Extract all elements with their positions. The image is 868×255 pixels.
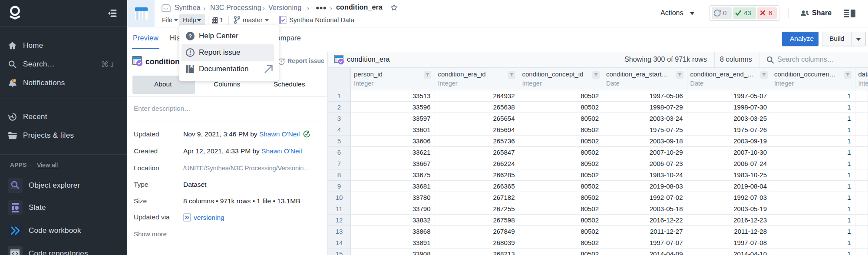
svg-text:?: ?	[188, 33, 192, 40]
